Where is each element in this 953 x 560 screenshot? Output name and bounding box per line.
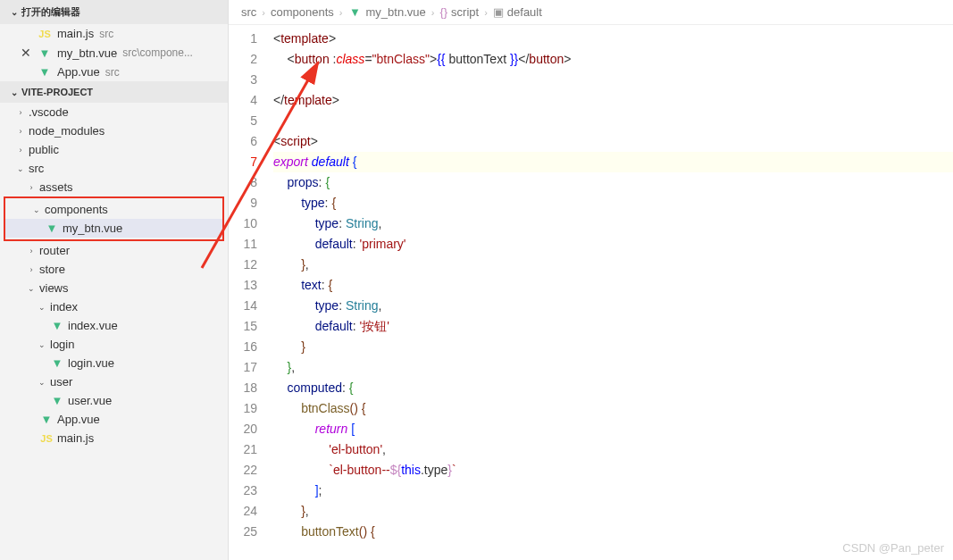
code-line[interactable]: <script> [273,131,953,152]
chevron-icon: › [27,247,36,255]
line-number: 8 [229,172,257,193]
line-number: 9 [229,193,257,213]
vue-icon: ▼ [50,356,64,370]
tree-item[interactable]: ▼my_btn.vue [5,219,222,238]
tree-item[interactable]: ⌄views [0,279,228,297]
tree-item[interactable]: ⌄login [0,335,228,354]
code-line[interactable]: ]; [273,481,953,501]
tree-item[interactable]: ›router [0,241,228,260]
line-number: 5 [229,111,257,131]
code-line[interactable]: }, [273,501,953,522]
code-line[interactable]: <button :class="btnClass">{{ buttonText … [273,49,953,70]
tree-item-label: login.vue [68,356,114,370]
chevron-icon: ⌄ [38,340,46,349]
vue-icon: ▼ [50,319,64,332]
code-line[interactable] [273,70,953,90]
tree-item-label: index [50,300,78,313]
tree-item-label: login [50,338,74,351]
open-editors-header[interactable]: ⌄ 打开的编辑器 [0,0,228,24]
code-line[interactable]: props: { [273,172,953,193]
line-number: 22 [229,460,257,481]
tree-item[interactable]: ⌄components [5,200,222,219]
tree-item-label: assets [39,180,73,194]
tree-item[interactable]: ▼user.vue [0,391,228,410]
tree-item[interactable]: ⌄src [0,159,228,178]
code-line[interactable]: }, [273,255,953,275]
tree-item-label: router [39,244,70,257]
code-line[interactable]: export default { [273,152,953,172]
code-line[interactable]: `el-button--${this.type}` [273,460,953,481]
tree-item[interactable]: ›store [0,260,228,279]
line-number: 15 [229,316,257,337]
tree-item[interactable]: ›.vscode [0,103,228,121]
breadcrumb-item[interactable]: ▣default [493,5,542,19]
tree-item-label: public [29,143,59,156]
cube-icon: ▣ [493,5,504,19]
chevron-icon: › [27,265,36,274]
code-line[interactable]: return [ [273,419,953,439]
breadcrumb-item[interactable]: {}script [439,5,479,19]
editor-tab[interactable]: ✕▼my_btn.vue src\compone... [0,43,228,63]
highlight-box: ⌄components▼my_btn.vue [4,196,224,241]
code-line[interactable]: 'el-button', [273,439,953,460]
code-line[interactable]: text: { [273,275,953,296]
chevron-icon: › [16,146,25,155]
breadcrumb-item[interactable]: components [271,5,334,19]
chevron-icon: ⌄ [38,303,46,312]
vue-icon: ▼ [38,65,52,79]
line-number: 11 [229,234,257,255]
tree-item[interactable]: ▼index.vue [0,316,228,335]
code-line[interactable] [273,111,953,131]
code-line[interactable]: default: '按钮' [273,316,953,337]
watermark: CSDN @Pan_peter [842,541,944,555]
tree-item-label: my_btn.vue [63,221,122,235]
breadcrumb-label: components [271,5,334,19]
line-number: 21 [229,439,257,460]
code-line[interactable]: default: 'primary' [273,234,953,255]
chevron-icon: ⌄ [38,378,46,387]
code-editor[interactable]: 1234567891011121314151617181920212223242… [229,25,953,560]
file-name: App.vue [57,65,100,79]
code-line[interactable]: } [273,337,953,357]
editor-tab[interactable]: ▼App.vue src [0,63,228,81]
code-content[interactable]: <template> <button :class="btnClass">{{ … [273,25,953,560]
code-line[interactable]: buttonText() { [273,522,953,542]
tree-item[interactable]: ▼login.vue [0,354,228,372]
file-path: src\compone... [122,46,193,59]
tree-item[interactable]: ⌄user [0,372,228,391]
code-line[interactable]: computed: { [273,378,953,398]
code-line[interactable]: }, [273,357,953,378]
tree-item-label: views [39,281,69,295]
tree-item[interactable]: ⌄index [0,297,228,316]
code-line[interactable]: type: String, [273,213,953,234]
tree-item[interactable]: ▼App.vue [0,410,228,429]
editor-tab[interactable]: JSmain.js src [0,24,228,43]
line-number: 10 [229,213,257,234]
breadcrumb-item[interactable]: ▼my_btn.vue [348,5,426,19]
tree-item[interactable]: ›assets [0,178,228,196]
js-icon: JS [39,433,54,444]
tree-item-label: .vscode [29,105,69,119]
code-line[interactable]: type: { [273,193,953,213]
line-number: 7 [229,152,257,172]
tree-item-label: components [45,203,108,216]
tree-item[interactable]: ›public [0,140,228,159]
vue-icon: ▼ [39,413,54,426]
file-path: src [105,66,120,79]
tree-item-label: src [29,162,44,175]
code-line[interactable]: type: String, [273,296,953,316]
code-line[interactable]: btnClass() { [273,398,953,419]
file-tree: ›.vscode›node_modules›public⌄src›assets … [0,103,228,560]
breadcrumb[interactable]: src›components›▼my_btn.vue›{}script›▣def… [229,0,953,25]
breadcrumb-item[interactable]: src [241,5,256,19]
file-name: main.js [57,27,94,40]
breadcrumb-sep: › [339,7,343,18]
line-number: 6 [229,131,257,152]
vue-icon: ▼ [50,394,64,407]
tree-item[interactable]: JSmain.js [0,429,228,447]
tree-item[interactable]: ›node_modules [0,121,228,140]
code-line[interactable]: <template> [273,29,953,49]
project-header[interactable]: ⌄ VITE-PROJECT [0,81,228,103]
code-line[interactable]: </template> [273,90,953,111]
close-icon[interactable]: ✕ [20,46,32,60]
